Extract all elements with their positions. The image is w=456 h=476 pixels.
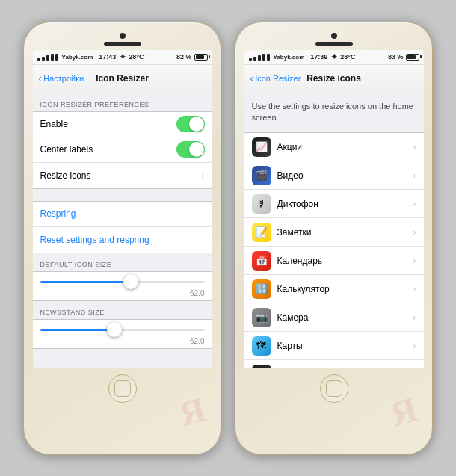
app-name-видео: Видео: [277, 170, 413, 181]
phone-2-screen: Yabyk.com 17:39 ☀ 28°C 83 % ‹ Icon Resiz…: [244, 50, 424, 368]
list-item[interactable]: 🎬 Видео ›: [244, 161, 424, 190]
status-right-2: 83 %: [388, 53, 419, 61]
section-header-newsstand: NEWSSTAND SIZE: [33, 301, 212, 319]
time-1: 17:43: [99, 53, 116, 61]
enable-toggle[interactable]: [176, 116, 205, 132]
carrier-2: Yabyk.com: [274, 54, 305, 61]
app-name-карты: Карты: [277, 341, 413, 351]
links-group: Respring Reset settings and respring: [33, 201, 212, 253]
signal-dots-2: [249, 54, 270, 61]
signal-dots-1: [37, 54, 58, 61]
enable-row[interactable]: Enable: [33, 112, 212, 137]
list-item[interactable]: 📈 Акции ›: [244, 133, 424, 161]
default-size-thumb[interactable]: [123, 274, 138, 289]
resize-icons-chevron: ›: [201, 170, 204, 181]
speaker-grill-2: [315, 42, 353, 46]
enable-label: Enable: [40, 119, 176, 129]
phone-2: Yabyk.com 17:39 ☀ 28°C 83 % ‹ Icon Resiz…: [235, 22, 433, 455]
app-icon-заметки: 📝: [252, 223, 271, 242]
app-icon-карты: 🗺: [252, 336, 271, 356]
default-size-fill: [40, 281, 131, 283]
speaker-grill: [104, 42, 141, 46]
respring-link[interactable]: Respring: [40, 208, 76, 219]
app-name-калькулятор: Калькулятор: [277, 284, 413, 294]
section-header-prefs: ICON RESIZER PREFERENCES: [33, 93, 212, 111]
back-button-1[interactable]: ‹ Настройки: [39, 72, 84, 84]
back-chevron-2: ‹: [250, 72, 254, 84]
center-labels-toggle[interactable]: [176, 141, 205, 158]
back-button-2[interactable]: ‹ Icon Resizer: [250, 72, 301, 84]
app-chevron-карты: ›: [413, 340, 416, 351]
nav-bar-2: ‹ Icon Resizer Resize icons: [244, 65, 424, 93]
home-button-inner-2: [326, 380, 342, 397]
app-name-камера: Камера: [277, 312, 413, 323]
status-left-1: Yabyk.com 17:43 ☀ 28°C: [37, 53, 144, 61]
newsstand-slider-container: 62.0: [33, 319, 212, 349]
center-labels-row[interactable]: Center labels: [33, 137, 212, 163]
app-icon-камера: 📷: [252, 308, 271, 327]
app-icon-календарь: 📅: [252, 251, 271, 271]
battery-pct-1: 82 %: [176, 53, 192, 61]
app-icon-компас: 🧭: [252, 365, 271, 368]
app-icon-калькулятор: 🔢: [252, 279, 271, 299]
camera-dot-2: [331, 33, 337, 39]
nav-title-1: Icon Resizer: [96, 73, 149, 84]
status-left-2: Yabyk.com 17:39 ☀ 28°C: [249, 53, 356, 61]
app-chevron-заметки: ›: [413, 226, 416, 238]
list-item[interactable]: 📝 Заметки ›: [244, 218, 424, 247]
prefs-group: Enable Center labels Resize icons ›: [33, 111, 212, 189]
watermark-2: Я: [386, 388, 422, 434]
carrier-1: Yabyk.com: [62, 54, 93, 61]
status-bar-1: Yabyk.com 17:43 ☀ 28°C 82 %: [33, 50, 212, 65]
respring-row[interactable]: Respring: [33, 202, 212, 227]
description-text: Use the settings to resize icons on the …: [244, 93, 424, 133]
resize-icons-row[interactable]: Resize icons ›: [33, 163, 212, 188]
status-bar-2: Yabyk.com 17:39 ☀ 28°C 83 %: [244, 50, 424, 65]
newsstand-value: 62.0: [40, 337, 205, 345]
status-right-1: 82 %: [176, 53, 208, 61]
gap-1: [33, 189, 212, 201]
home-button-inner-1: [114, 380, 131, 397]
weather-1: ☀: [120, 53, 126, 61]
app-icon-диктофон: 🎙: [252, 194, 271, 214]
app-icon-акции: 📈: [252, 137, 271, 157]
center-labels-label: Center labels: [40, 144, 176, 155]
default-size-track: [40, 281, 205, 283]
list-item[interactable]: 📅 Календарь ›: [244, 247, 424, 275]
app-chevron-видео: ›: [413, 170, 416, 181]
app-chevron-камера: ›: [413, 312, 416, 323]
time-2: 17:39: [310, 53, 327, 61]
list-item[interactable]: 🧭 Компас ›: [244, 360, 424, 368]
section-header-default-size: DEFAULT ICON SIZE: [33, 253, 212, 271]
app-chevron-диктофон: ›: [413, 198, 416, 209]
screen-content-1: ICON RESIZER PREFERENCES Enable Center l…: [33, 93, 212, 349]
reset-row[interactable]: Reset settings and respring: [33, 227, 212, 253]
home-button-2[interactable]: [320, 374, 348, 403]
watermark-1: Я: [175, 388, 211, 434]
temp-1: 28°C: [129, 53, 144, 61]
app-chevron-акции: ›: [413, 141, 416, 152]
app-chevron-календарь: ›: [413, 255, 416, 266]
default-size-value: 62.0: [40, 289, 205, 297]
newsstand-track: [40, 329, 205, 331]
list-item[interactable]: 🎙 Диктофон ›: [244, 190, 424, 218]
newsstand-fill: [40, 329, 114, 331]
app-name-диктофон: Диктофон: [277, 199, 413, 209]
battery-pct-2: 83 %: [388, 53, 404, 61]
temp-2: 28°C: [340, 53, 355, 61]
back-label-2: Icon Resizer: [255, 74, 301, 83]
enable-toggle-thumb: [189, 117, 204, 132]
list-item[interactable]: 🗺 Карты ›: [244, 332, 424, 360]
battery-icon-2: [406, 54, 419, 61]
list-item[interactable]: 📷 Камера ›: [244, 303, 424, 332]
battery-icon-1: [194, 54, 208, 61]
nav-bar-1: ‹ Настройки Icon Resizer: [33, 65, 212, 93]
app-list-group: 📈 Акции › 🎬 Видео › 🎙 Диктофон › 📝 Замет…: [244, 132, 424, 368]
resize-icons-label: Resize icons: [40, 170, 202, 181]
reset-link[interactable]: Reset settings and respring: [40, 235, 150, 245]
weather-2: ☀: [331, 53, 337, 61]
newsstand-thumb[interactable]: [107, 322, 122, 337]
home-button-1[interactable]: [108, 374, 137, 403]
list-item[interactable]: 🔢 Калькулятор ›: [244, 275, 424, 303]
default-size-slider-container: 62.0: [33, 271, 212, 301]
